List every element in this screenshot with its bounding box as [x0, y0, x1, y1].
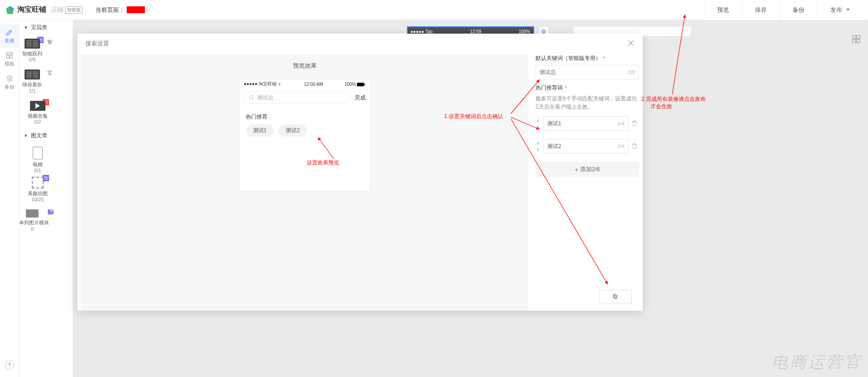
close-button[interactable]	[627, 39, 635, 48]
preview-column: 预览效果 ●●●●● 淘宝旺铺ᯤ 12:00 AM 100% 测试总 完成 热门…	[81, 54, 528, 311]
logo-icon	[5, 5, 15, 15]
plus-icon: +	[575, 166, 578, 173]
grid-view-button[interactable]	[849, 32, 863, 46]
phone-top-battery: 100%	[519, 29, 531, 34]
battery-icon	[357, 83, 365, 86]
smart-badge: 智能版	[65, 6, 83, 14]
svg-rect-2	[6, 53, 12, 55]
save-button[interactable]: 保存	[742, 0, 779, 20]
hot-chips: 测试1 测试2	[239, 124, 370, 137]
rail-decorate[interactable]: 装修	[0, 25, 19, 48]
shop-label: 店铺	[51, 6, 64, 14]
template-icon	[5, 51, 14, 60]
app-name: 淘宝旺铺	[17, 5, 46, 15]
elevator-icon	[33, 147, 43, 159]
tile-smart-dual[interactable]: 智 智能双列 0/6	[19, 39, 45, 62]
add-keyword-button[interactable]: + 添加2/6	[536, 162, 639, 177]
phone-preview: ●●●●● 淘宝旺铺ᯤ 12:00 AM 100% 测试总 完成 热门推荐 测试…	[239, 79, 371, 192]
modal-title: 搜索设置	[85, 40, 109, 48]
header-actions: 预览 保存 备份 发布	[704, 0, 863, 20]
preview-button[interactable]: 预览	[704, 0, 742, 20]
svg-rect-3	[6, 55, 9, 58]
kw2-reorder[interactable]: ▲▼	[536, 140, 541, 153]
brush-icon	[5, 28, 14, 36]
trash-icon	[631, 120, 638, 126]
phone-search-text: 测试总	[257, 94, 273, 102]
video-icon	[30, 101, 45, 111]
modal-header: 搜索设置	[77, 34, 643, 54]
chip-2: 测试2	[278, 124, 307, 137]
svg-rect-4	[10, 55, 12, 58]
kw-row-2: ▲▼ 测试2 3/4	[536, 139, 639, 154]
section-goods[interactable]: ▼宝贝类	[19, 20, 73, 35]
badge-smart-icon: 智	[43, 175, 49, 181]
hot-kw-hint: 最多可设置6个手动匹配关键词，设置成功2天后在客户端上生效。	[536, 94, 639, 111]
section-image[interactable]: ▼图文类	[19, 128, 73, 143]
arrow-up-icon[interactable]: ▲	[536, 140, 541, 145]
svg-rect-9	[357, 83, 364, 86]
tile-single-img[interactable]: 单列图片模块 0	[19, 209, 45, 231]
cancel-button[interactable]: 取	[599, 290, 632, 303]
tile-double-partial[interactable]: 智 双	[45, 209, 54, 231]
backup-button[interactable]: 备份	[779, 0, 817, 20]
chip-1: 测试1	[246, 124, 274, 137]
tile-beauty-crop[interactable]: 智 美颜切图 10/25	[25, 177, 51, 202]
tile-video-set[interactable]: H 视频合集 0/2	[25, 101, 51, 124]
badge-smart-icon: 智	[48, 209, 54, 214]
kw1-input[interactable]: 测试1 3/4	[543, 116, 629, 131]
arrow-down-icon[interactable]: ▼	[536, 124, 541, 130]
default-kw-label: 默认关键词（智能版专用）*	[536, 55, 639, 62]
kw2-count: 3/4	[618, 144, 625, 149]
form-column: 默认关键词（智能版专用）* 测试总 3/8 热门推荐词* 最多可设置6个手动匹配…	[528, 54, 646, 311]
tile-elevator[interactable]: 电梯 0/1	[25, 147, 51, 173]
wifi-icon: ᯤ	[278, 82, 283, 87]
kw2-delete[interactable]	[631, 143, 638, 150]
rail-template[interactable]: 模板	[0, 48, 19, 71]
trash-icon	[631, 143, 638, 149]
phone-top-time: 12:59	[470, 29, 481, 34]
tile-baobei-partial[interactable]: 宝	[45, 69, 54, 93]
arrow-up-icon[interactable]: ▲	[536, 117, 541, 123]
phone-search-row: 测试总 完成	[239, 89, 370, 107]
component-panel: ▼宝贝类 智 智能双列 0/6 智 猜你喜欢 1/1 宝 H 视频合集 0/2 …	[19, 20, 73, 377]
default-kw-count: 3/8	[628, 69, 635, 75]
image-icon	[26, 209, 39, 218]
rail-backup-label: 备份	[5, 84, 15, 89]
svg-point-11	[249, 95, 253, 99]
kw1-reorder[interactable]: ▲▼	[536, 117, 541, 130]
current-page: 当前页面：	[95, 6, 145, 14]
tile-cut-partial[interactable]: 智	[45, 39, 54, 62]
search-icon	[249, 95, 254, 100]
kw2-input[interactable]: 测试2 3/4	[543, 139, 629, 154]
chevron-down-icon: ▼	[24, 25, 28, 30]
dual-icon	[25, 69, 40, 79]
default-kw-value: 测试总	[540, 69, 556, 76]
arrow-down-icon[interactable]: ▼	[536, 147, 541, 153]
phone-done: 完成	[355, 94, 366, 102]
top-header: 淘宝旺铺 店铺 智能版 当前页面： 预览 保存 备份 发布	[0, 0, 868, 20]
publish-button[interactable]: 发布	[817, 0, 863, 20]
left-rail: 装修 模板 备份 ?	[0, 20, 19, 377]
stack-icon	[5, 74, 14, 83]
preview-title: 预览效果	[293, 62, 317, 70]
default-kw-input[interactable]: 测试总 3/8	[536, 65, 639, 79]
rail-template-label: 模板	[5, 61, 15, 66]
close-icon	[627, 40, 635, 47]
svg-rect-5	[853, 35, 856, 39]
current-page-redacted	[127, 6, 145, 13]
svg-line-12	[253, 99, 254, 100]
phone-top-carrier: ●●●●● Tao	[411, 29, 433, 34]
phone-battery: 100%	[344, 82, 356, 87]
tile-guess-like[interactable]: 猜你喜欢 1/1	[19, 69, 45, 93]
svg-rect-7	[853, 40, 856, 43]
svg-rect-10	[364, 84, 365, 85]
kw1-delete[interactable]	[631, 120, 638, 128]
help-button[interactable]: ?	[5, 361, 14, 370]
phone-carrier: ●●●●● 淘宝旺铺	[244, 81, 277, 87]
search-settings-modal: 搜索设置 预览效果 ●●●●● 淘宝旺铺ᯤ 12:00 AM 100% 测试总 …	[77, 34, 643, 311]
svg-rect-6	[857, 35, 860, 39]
kw1-value: 测试1	[547, 120, 561, 128]
hot-title: 热门推荐	[239, 107, 370, 124]
rail-backup[interactable]: 备份	[0, 71, 19, 94]
phone-status-bar: ●●●●● 淘宝旺铺ᯤ 12:00 AM 100%	[239, 79, 370, 89]
